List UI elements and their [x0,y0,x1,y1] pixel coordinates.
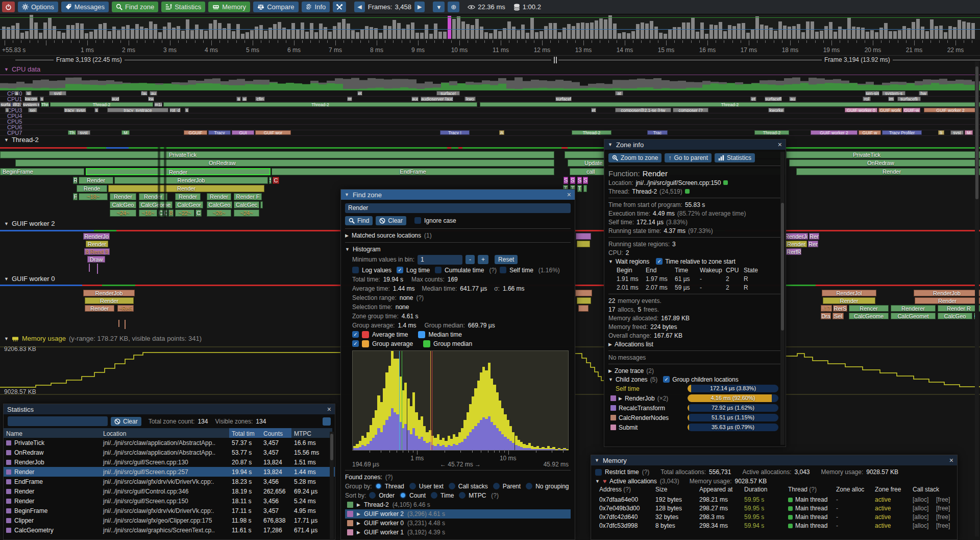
child-zones-header[interactable]: ▼ Child zones (5) ✓ Group children locat… [608,375,781,384]
cpu-zone-bar[interactable]: ai [242,97,247,101]
zone-bar[interactable]: RenderJo [785,233,808,240]
zone-bar[interactable]: Render [915,297,980,304]
go-to-parent-button[interactable]: ↑ Go to parent [665,153,712,162]
cpu-zone-bar[interactable]: audioserver /audio [421,97,453,101]
collapse-icon[interactable]: ▼ [345,247,350,252]
cpu-zone-bar[interactable]: Thread-2 [163,102,477,107]
zone-bar[interactable] [576,233,591,240]
find-zone-titlebar[interactable]: ▼ Find zone × [341,190,575,200]
group-children-checkbox[interactable]: ✓ [663,376,670,383]
cpu-zone-bar[interactable]: Tracy ! [440,130,470,135]
collapse-icon[interactable]: ▼ [595,458,599,463]
memory-titlebar[interactable]: ▼ Memory × [591,455,957,465]
cpu-zone-bar[interactable]: i [5,108,9,112]
wait-col-header[interactable]: Time [675,267,697,274]
cpu-zone-bar[interactable]: syst [950,130,964,135]
table-row[interactable]: PrivateTickjni/../jni/src/claw/applicati… [4,438,335,448]
plus-button[interactable]: + [478,255,488,264]
radio-user-text[interactable] [409,483,416,489]
cpu-zone-bar[interactable]: kw.gm [24,97,38,101]
alloc-cell[interactable]: [free] [936,522,950,529]
close-icon[interactable]: × [567,191,571,199]
cpu-zone-bar[interactable]: surfacefl [765,97,782,101]
zone-bar[interactable]: Draw [87,256,105,263]
thread-swatch[interactable] [685,189,690,194]
zone-bar[interactable] [577,297,591,304]
zone-bar[interactable]: C [195,209,202,217]
cpu-zone-bar[interactable]: composer@2.1-se (Hw [615,108,671,112]
expand-icon[interactable]: ▶ [357,521,360,526]
cpu-zone-bar[interactable]: M [965,130,973,135]
statistics-titlebar[interactable]: Statistics × [4,404,335,414]
zone-bar[interactable]: OnRedraw [789,159,980,167]
cpu-zone-bar[interactable]: li [938,130,944,135]
goto-frame-button[interactable]: ⊕ [448,2,459,12]
cpu-zone-bar[interactable]: au [150,91,157,96]
alloc-cell[interactable]: [free] [936,513,950,521]
wait-col-header[interactable]: Wakeup [700,267,723,274]
zone-statistics-button[interactable]: Statistics [715,153,755,162]
tools-button[interactable] [333,2,346,12]
wait-regions-header[interactable]: ▼ Wait regions ✓ Time relative to zone s… [608,257,781,266]
radio-mtpc[interactable] [459,492,465,499]
zone-bar[interactable]: PrivateTick [786,151,980,158]
legend-checkbox[interactable]: ✓ [352,340,359,347]
cpu-zone-bar[interactable]: hw [919,91,928,96]
alloc-cell[interactable]: [alloc] [913,513,928,521]
cpu-zone-bar[interactable]: s [185,108,189,112]
cpu-zone-bar[interactable]: at [615,91,623,96]
cpu-zone-bar[interactable]: GUIF w [859,130,881,135]
options-button[interactable]: Options [18,2,58,12]
histogram-section-header[interactable]: ▼ Histogram [345,245,571,254]
radio-thread[interactable] [375,483,382,489]
zone-bar[interactable]: Render F [234,193,262,200]
zone-bar[interactable]: CalcGeo [938,313,972,319]
table-row[interactable]: BeginFramejni/../jni/src/claw/gfx/drv/vk… [4,506,335,515]
memory-button[interactable]: Memory [208,2,250,12]
zone-bar[interactable]: Render [79,177,113,184]
prev-frame-button[interactable]: ◀ [354,2,364,12]
child-zone-row[interactable]: Submit35.63 µs (0.79%) [608,422,781,432]
zone-bar[interactable]: PrivateTick [0,151,554,158]
zone-bar[interactable]: OnRedraw [15,159,554,167]
zone-bar[interactable]: Render [85,305,114,312]
checkbox-log-values[interactable] [352,267,359,273]
radio-parent[interactable] [493,483,500,489]
zone-bar[interactable] [583,185,587,192]
cpu-zone-bar[interactable]: surface! [436,91,460,96]
cpu-zone-bar[interactable]: M [121,130,130,135]
cpu-zone-bar[interactable]: im [888,97,894,101]
cpu-zone-bar[interactable]: surfa [0,102,11,107]
active-allocations-section[interactable]: ▼ ♥ Active allocations (3,043) Memory us… [595,477,953,486]
cpu-zone-bar[interactable]: Tracy [208,130,231,135]
radio-time[interactable] [431,492,437,499]
expand-icon[interactable]: ▶ [357,502,360,507]
expand-icon[interactable]: ▶ [357,530,360,535]
zone-bar[interactable]: CalcGeo [110,201,136,208]
table-row[interactable]: CalcGeometryjni/../jni/src/claw/graphics… [4,525,335,535]
cpu-zone-bar[interactable]: kworke [768,108,785,112]
histogram-plot[interactable] [352,350,569,451]
zone-bar[interactable]: RenderJo [83,233,110,240]
alloc-cell[interactable]: [alloc] [913,496,928,503]
restrict-time-checkbox[interactable] [595,469,602,476]
cpu-zone-bar[interactable]: GUIF wor [255,130,291,135]
alloc-cell[interactable]: [alloc] [913,522,928,529]
cpu-zone-bar[interactable]: cfin [255,97,265,101]
expand-icon[interactable]: ▶ [345,233,349,238]
reset-button[interactable]: Reset [495,255,518,264]
zone-bar[interactable] [578,305,589,312]
found-zone-group[interactable]: ▶GUIF worker 1(3,192) 4.39 s [345,528,571,537]
radio-order[interactable] [369,492,376,499]
cpu-zone-bar[interactable]: et [357,91,362,96]
cpu-zone-bar[interactable]: rol [863,97,871,101]
cpu-zone-bar[interactable]: sen-sis [865,91,879,96]
close-icon[interactable]: × [778,140,782,149]
zoom-to-zone-button[interactable]: Zoom to zone [608,153,662,162]
zone-bar[interactable]: ~24~ [234,209,259,217]
child-zone-row[interactable]: Self time172.14 µs (3.83%) [608,384,781,393]
cpu-zone-bar[interactable]: aud [111,97,119,101]
collapse-icon[interactable]: ▼ [4,137,9,143]
cpu-zone-bar[interactable]: A [499,130,504,135]
table-row[interactable]: RenderJobjni/../jni/src/guif/Screen.cpp:… [4,457,335,467]
